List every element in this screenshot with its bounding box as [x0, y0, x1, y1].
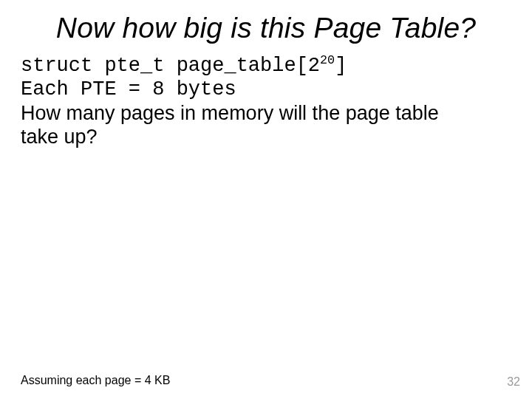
- question-line-2: take up?: [21, 126, 511, 149]
- code-struct-prefix: struct pte_t page_table[2: [21, 55, 320, 77]
- code-struct-line: struct pte_t page_table[220]: [21, 55, 511, 78]
- page-number: 32: [507, 375, 520, 389]
- slide-body: struct pte_t page_table[220] Each PTE = …: [21, 55, 511, 149]
- question-line-1: How many pages in memory will the page t…: [21, 102, 511, 126]
- footnote: Assuming each page = 4 KB: [21, 374, 170, 387]
- code-struct-exponent: 20: [320, 53, 335, 67]
- code-struct-suffix: ]: [335, 55, 347, 77]
- slide-title: Now how big is this Page Table?: [21, 12, 511, 44]
- slide: Now how big is this Page Table? struct p…: [0, 0, 532, 399]
- code-pte-line: Each PTE = 8 bytes: [21, 78, 511, 102]
